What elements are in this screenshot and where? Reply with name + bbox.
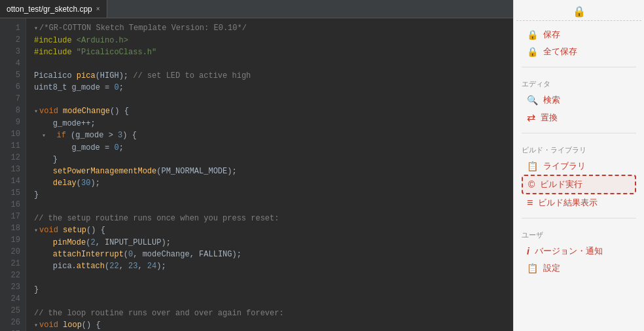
divider-3 (522, 218, 636, 218)
build-section-title: ビルド・ライブラリ (522, 145, 636, 155)
line-num: 22 (11, 270, 20, 281)
line-num: 3 (16, 46, 20, 58)
lock-icon: 🔒 (573, 5, 586, 18)
line-num: 24 (11, 293, 20, 305)
line-num: 13 (11, 164, 20, 175)
sidebar-item-build-exec[interactable]: © ビルド実行 (522, 175, 636, 194)
sidebar-item-replace[interactable]: ⇄ 置換 (522, 109, 636, 126)
sidebar-section-user: ユーザ i バージョン・通知 📋 設定 (514, 222, 644, 279)
divider-1 (522, 67, 636, 67)
tab-close-button[interactable]: × (96, 5, 100, 12)
line-num: 6 (16, 81, 20, 93)
line-num: 2 (16, 34, 20, 46)
line-num: 27 (11, 328, 20, 331)
sidebar-item-library-label: ライブラリ (543, 160, 586, 172)
active-tab[interactable]: otton_test/gr_sketch.cpp × (0, 0, 107, 18)
line-num: 5 (16, 69, 20, 81)
version-icon: i (527, 246, 529, 256)
line-num: 7 (16, 93, 20, 105)
sidebar-section-build: ビルド・ライブラリ 📋 ライブラリ © ビルド実行 ≡ ビルド結果表示 (514, 137, 644, 214)
sidebar-item-search[interactable]: 🔍 検索 (522, 92, 636, 109)
replace-icon: ⇄ (527, 111, 535, 124)
sidebar-item-build-result[interactable]: ≡ ビルド結果表示 (522, 194, 636, 211)
sidebar-item-build-exec-label: ビルド実行 (540, 179, 582, 190)
line-num: 17 (11, 211, 20, 222)
sidebar-item-library[interactable]: 📋 ライブラリ (522, 158, 636, 175)
tab-bar: otton_test/gr_sketch.cpp × (0, 0, 513, 18)
line-num: 12 (11, 152, 20, 164)
line-numbers: 1 2 3 4 5 6 7 8 9 10 11 12 13 14 15 16 1… (0, 18, 26, 331)
line-num: 14 (11, 175, 20, 187)
sidebar-item-search-label: 検索 (543, 94, 560, 106)
line-num: 20 (11, 246, 20, 258)
user-section-title: ユーザ (522, 230, 636, 240)
line-num: 21 (11, 258, 20, 270)
sidebar-section-editor: エディタ 🔍 検索 ⇄ 置換 (514, 71, 644, 129)
sidebar-item-build-result-label: ビルド結果表示 (538, 197, 598, 209)
line-num: 23 (11, 281, 20, 293)
save-all-icon: 🔒 (527, 46, 538, 57)
editor-area: otton_test/gr_sketch.cpp × 1 2 3 4 5 6 7… (0, 0, 513, 331)
line-num: 15 (11, 187, 20, 199)
sidebar-item-replace-label: 置換 (541, 112, 558, 124)
sidebar-item-save-all-label: 全て保存 (543, 46, 577, 58)
editor-section-title: エディタ (522, 79, 636, 89)
sidebar-item-save-label: 保存 (543, 29, 560, 41)
settings-icon: 📋 (527, 263, 538, 273)
tab-title: otton_test/gr_sketch.cpp (7, 5, 92, 14)
line-num: 8 (16, 105, 20, 116)
divider-2 (522, 133, 636, 133)
sidebar-item-version[interactable]: i バージョン・通知 (522, 243, 636, 260)
code-container: 1 2 3 4 5 6 7 8 9 10 11 12 13 14 15 16 1… (0, 18, 513, 331)
search-icon: 🔍 (527, 95, 538, 105)
line-num: 16 (11, 199, 20, 211)
sidebar-item-settings[interactable]: 📋 設定 (522, 260, 636, 277)
line-num: 18 (11, 222, 20, 234)
line-num: 4 (16, 58, 20, 69)
library-icon: 📋 (527, 161, 538, 171)
sidebar: 🔒 🔒 保存 🔒 全て保存 エディタ 🔍 検索 ⇄ 置換 ビルド・ライブラリ 📋… (513, 0, 644, 331)
line-num: 25 (11, 305, 20, 317)
sidebar-item-save-all[interactable]: 🔒 全て保存 (522, 43, 636, 60)
save-icon: 🔒 (527, 29, 538, 40)
sidebar-lock-area: 🔒 (516, 0, 641, 21)
sidebar-section-save: 🔒 保存 🔒 全て保存 (514, 21, 644, 63)
sidebar-item-save[interactable]: 🔒 保存 (522, 26, 636, 43)
build-result-icon: ≡ (527, 197, 533, 209)
code-editor[interactable]: ▾/*GR-COTTON Sketch Template Version: E0… (26, 18, 513, 331)
sidebar-item-version-label: バージョン・通知 (535, 245, 603, 257)
line-num: 10 (11, 128, 20, 140)
build-exec-icon: © (528, 179, 535, 190)
line-num: 9 (16, 116, 20, 128)
line-num: 19 (11, 234, 20, 246)
sidebar-item-settings-label: 設定 (543, 262, 560, 274)
line-num: 26 (11, 317, 20, 328)
line-num: 11 (11, 140, 20, 152)
line-num: 1 (16, 22, 20, 34)
